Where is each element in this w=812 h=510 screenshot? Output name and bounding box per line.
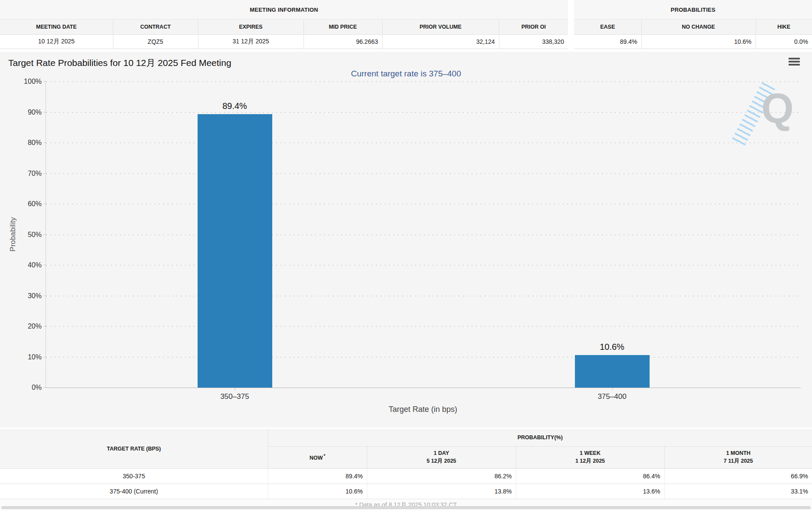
plot-area: Q 0%10%20%30%40%50%60%70%80%90%100%89.4%… — [46, 82, 801, 388]
col-header-target-rate-bps: TARGET RATE (BPS) — [0, 429, 268, 469]
y-axis-tick — [43, 265, 46, 265]
probability-bar-350–375[interactable] — [198, 114, 272, 388]
y-axis-tick-label: 40% — [28, 261, 42, 269]
gridline — [46, 357, 801, 358]
no-change-value: 10.6% — [641, 35, 756, 49]
probabilities-table: PROBABILITIES EASE NO CHANGE HIKE 89.4% … — [574, 0, 812, 49]
y-axis-tick-label: 0% — [32, 384, 42, 392]
col-header-meeting-date: MEETING DATE — [0, 20, 113, 35]
prior-oi-value: 338,320 — [499, 35, 568, 49]
chart-subtitle: Current target rate is 375–400 — [0, 69, 812, 79]
gridline — [46, 112, 801, 113]
gridline — [46, 204, 801, 204]
y-axis-tick-label: 50% — [28, 231, 42, 239]
watermark-stripes — [732, 82, 775, 146]
gridline — [46, 173, 801, 174]
quikstrike-logo-watermark: Q — [748, 84, 795, 138]
meeting-information-caption: MEETING INFORMATION — [0, 0, 568, 20]
x-axis-tick — [612, 388, 612, 390]
y-axis-tick — [43, 234, 46, 235]
y-axis-tick-label: 10% — [28, 353, 42, 361]
bar-value-label: 89.4% — [222, 101, 247, 111]
expires-value: 31 12月 2025 — [198, 35, 304, 49]
col-header-prior-oi: PRIOR OI — [499, 20, 568, 35]
y-axis-tick — [43, 112, 46, 112]
y-axis-tick — [43, 387, 46, 388]
y-axis-tick-label: 30% — [28, 292, 42, 300]
now-probability-cell: 89.4% — [268, 469, 367, 484]
col-header-1-month: 1 MONTH7 11月 2025 — [664, 447, 812, 469]
gridline — [46, 81, 801, 82]
bar-value-label: 10.6% — [600, 342, 624, 352]
bottom-border-strip — [1, 506, 811, 509]
y-axis-tick-label: 80% — [28, 139, 42, 147]
col-header-ease: EASE — [574, 20, 641, 35]
col-header-prior-volume: PRIOR VOLUME — [382, 20, 499, 35]
x-axis-title: Target Rate (in bps) — [46, 405, 800, 414]
y-axis-tick — [43, 142, 46, 143]
x-axis-category-label: 350–375 — [220, 392, 249, 401]
y-axis-tick-label: 60% — [28, 200, 42, 208]
table-row: 350-375 89.4% 86.2% 86.4% 66.9% — [0, 469, 812, 484]
1-week-probability-cell: 86.4% — [516, 469, 664, 484]
hamburger-icon — [789, 58, 800, 59]
chart-title: Target Rate Probabilities for 10 12月 202… — [8, 57, 231, 69]
col-header-contract: CONTRACT — [113, 20, 198, 35]
probability-history-panel: TARGET RATE (BPS) PROBABILITY(%) NOW* 1 … — [0, 429, 812, 510]
meeting-information-table: MEETING INFORMATION MEETING DATE CONTRAC… — [0, 0, 568, 49]
meeting-date-value: 10 12月 2025 — [0, 35, 113, 49]
rate-cell: 375-400 (Current) — [0, 484, 268, 499]
fedwatch-tool-page: MEETING INFORMATION MEETING DATE CONTRAC… — [0, 0, 812, 510]
prior-volume-value: 32,124 — [382, 35, 499, 49]
gridline — [46, 234, 801, 235]
watermark-q-letter: Q — [761, 88, 794, 129]
probabilities-caption: PROBABILITIES — [574, 0, 812, 20]
y-axis-tick — [43, 357, 46, 357]
y-axis-title: Probability — [9, 217, 17, 251]
mid-price-value: 96.2663 — [304, 35, 382, 49]
y-axis-tick-label: 70% — [28, 170, 42, 178]
col-header-mid-price: MID PRICE — [304, 20, 382, 35]
asterisk-marker: * — [323, 454, 325, 458]
y-axis-tick — [43, 296, 46, 296]
table-gap — [568, 0, 574, 46]
x-axis-category-label: 375–400 — [597, 392, 626, 401]
ease-value: 89.4% — [574, 35, 641, 49]
probability-bar-375–400[interactable] — [575, 355, 650, 388]
y-axis-tick-label: 100% — [24, 78, 42, 86]
1-month-probability-cell: 33.1% — [664, 484, 812, 499]
contract-value: ZQZ5 — [113, 35, 198, 49]
gridline — [46, 387, 801, 388]
target-rate-chart-panel: Target Rate Probabilities for 10 12月 202… — [0, 52, 812, 428]
gridline — [46, 142, 801, 143]
1-week-probability-cell: 13.6% — [516, 484, 664, 499]
table-row: 375-400 (Current) 10.6% 13.8% 13.6% 33.1… — [0, 484, 812, 499]
1-month-probability-cell: 66.9% — [664, 469, 812, 484]
col-header-1-day: 1 DAY5 12月 2025 — [367, 447, 516, 469]
chart-context-menu-button[interactable] — [788, 56, 801, 67]
col-header-hike: HIKE — [756, 20, 812, 35]
1-day-probability-cell: 13.8% — [367, 484, 516, 499]
y-axis-tick-label: 90% — [28, 109, 42, 116]
hike-value: 0.0% — [756, 35, 812, 49]
col-header-expires: EXPIRES — [198, 20, 304, 35]
1-day-probability-cell: 86.2% — [367, 469, 516, 484]
y-axis-tick — [43, 81, 46, 82]
y-axis-tick — [43, 204, 46, 204]
y-axis-tick — [43, 326, 46, 326]
x-axis-tick — [234, 388, 235, 390]
gridline — [46, 326, 801, 327]
y-axis-tick — [43, 173, 46, 174]
now-probability-cell: 10.6% — [268, 484, 367, 499]
y-axis-tick-label: 20% — [28, 322, 42, 330]
col-header-now: NOW* — [268, 447, 367, 469]
probability-group-header: PROBABILITY(%) — [268, 429, 812, 447]
top-info-tables: MEETING INFORMATION MEETING DATE CONTRAC… — [0, 0, 812, 46]
gridline — [46, 296, 801, 296]
gridline — [46, 265, 801, 266]
rate-cell: 350-375 — [0, 469, 268, 484]
col-header-no-change: NO CHANGE — [641, 20, 756, 35]
col-header-1-week: 1 WEEK1 12月 2025 — [516, 447, 664, 469]
probability-history-table: TARGET RATE (BPS) PROBABILITY(%) NOW* 1 … — [0, 429, 812, 499]
